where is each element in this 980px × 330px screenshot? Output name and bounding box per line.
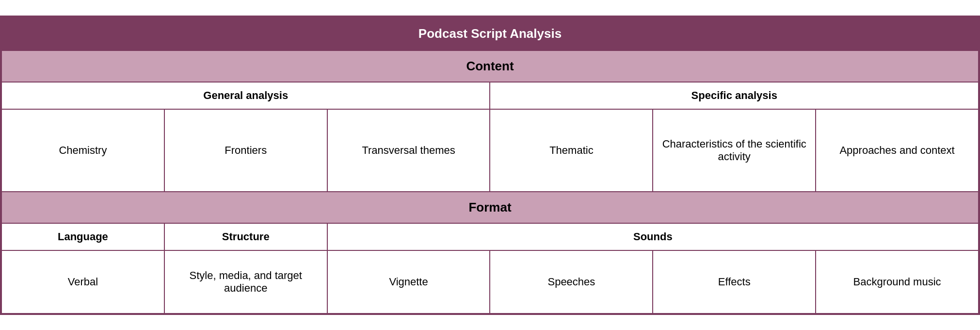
format-label: Format: [1, 192, 979, 223]
title-row: Podcast Script Analysis: [1, 17, 979, 50]
content-columns-row: Chemistry Frontiers Transversal themes T…: [1, 109, 979, 192]
vignette-cell: Vignette: [327, 250, 490, 314]
style-media-cell: Style, media, and target audience: [164, 250, 327, 314]
format-sub-headers-row: Language Structure Sounds: [1, 223, 979, 250]
characteristics-cell: Characteristics of the scientific activi…: [653, 109, 816, 192]
chemistry-cell: Chemistry: [1, 109, 164, 192]
effects-cell: Effects: [653, 250, 816, 314]
speeches-cell: Speeches: [490, 250, 653, 314]
general-analysis-header: General analysis: [1, 82, 490, 109]
content-section-row: Content: [1, 50, 979, 82]
specific-analysis-header: Specific analysis: [490, 82, 979, 109]
background-music-cell: Background music: [816, 250, 979, 314]
approaches-context-cell: Approaches and context: [816, 109, 979, 192]
language-header: Language: [1, 223, 164, 250]
format-content-row: Verbal Style, media, and target audience…: [1, 250, 979, 314]
verbal-cell: Verbal: [1, 250, 164, 314]
main-title: Podcast Script Analysis: [1, 17, 979, 50]
sounds-header: Sounds: [327, 223, 979, 250]
structure-header: Structure: [164, 223, 327, 250]
content-label: Content: [1, 50, 979, 82]
thematic-cell: Thematic: [490, 109, 653, 192]
frontiers-cell: Frontiers: [164, 109, 327, 192]
transversal-themes-cell: Transversal themes: [327, 109, 490, 192]
analysis-headers-row: General analysis Specific analysis: [1, 82, 979, 109]
format-section-row: Format: [1, 192, 979, 223]
